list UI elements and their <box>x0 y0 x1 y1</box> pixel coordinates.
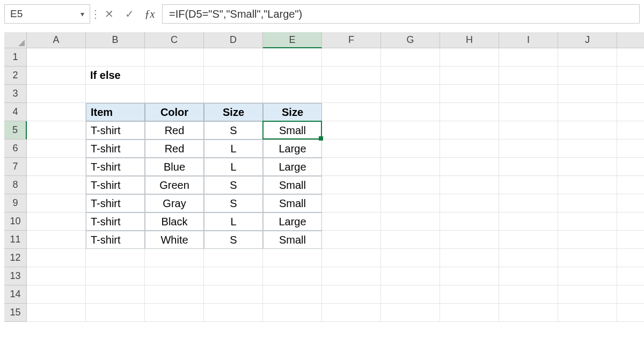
cell[interactable] <box>381 304 440 322</box>
cell[interactable] <box>440 231 499 249</box>
cell[interactable] <box>27 249 86 267</box>
cell[interactable] <box>204 85 263 103</box>
cell[interactable] <box>499 48 558 67</box>
cell[interactable] <box>558 103 617 121</box>
cell[interactable] <box>381 139 440 158</box>
cell[interactable] <box>381 48 440 67</box>
table-cell[interactable]: S <box>204 121 263 139</box>
row-header-11[interactable]: 11 <box>4 231 27 249</box>
cell[interactable] <box>558 67 617 85</box>
cell[interactable] <box>617 231 644 249</box>
table-header[interactable]: Color <box>145 103 204 121</box>
cell[interactable] <box>263 48 322 67</box>
cell[interactable] <box>617 267 644 285</box>
cell[interactable] <box>381 249 440 267</box>
cell[interactable] <box>558 249 617 267</box>
cell[interactable] <box>27 67 86 85</box>
cell[interactable] <box>440 194 499 212</box>
cell[interactable] <box>27 121 86 139</box>
cell[interactable] <box>86 48 145 67</box>
cell[interactable] <box>86 285 145 304</box>
table-cell[interactable]: T-shirt <box>86 121 145 139</box>
cell[interactable] <box>204 67 263 85</box>
cell[interactable] <box>499 285 558 304</box>
table-cell[interactable]: T-shirt <box>86 176 145 194</box>
cell[interactable] <box>27 158 86 176</box>
cell[interactable] <box>381 267 440 285</box>
cell[interactable] <box>322 85 381 103</box>
cell[interactable] <box>617 67 644 85</box>
table-cell[interactable]: Small <box>263 231 322 249</box>
cell[interactable] <box>27 85 86 103</box>
table-cell[interactable]: S <box>204 231 263 249</box>
cell[interactable] <box>558 212 617 231</box>
cell[interactable] <box>558 267 617 285</box>
cell[interactable] <box>499 249 558 267</box>
table-cell[interactable]: Red <box>145 121 204 139</box>
column-header-B[interactable]: B <box>86 32 145 48</box>
cell[interactable] <box>381 103 440 121</box>
cell[interactable] <box>322 304 381 322</box>
cell[interactable] <box>558 231 617 249</box>
table-cell[interactable]: Red <box>145 139 204 158</box>
cell[interactable] <box>322 103 381 121</box>
cell[interactable] <box>322 176 381 194</box>
cell[interactable] <box>204 267 263 285</box>
row-header-2[interactable]: 2 <box>4 67 27 85</box>
cell[interactable] <box>558 85 617 103</box>
table-cell[interactable]: T-shirt <box>86 194 145 212</box>
table-cell[interactable]: L <box>204 158 263 176</box>
table-header[interactable]: Size <box>263 103 322 121</box>
cell[interactable] <box>440 67 499 85</box>
cell[interactable] <box>617 121 644 139</box>
cell[interactable] <box>27 267 86 285</box>
cell[interactable] <box>263 249 322 267</box>
cell[interactable] <box>322 212 381 231</box>
cell[interactable] <box>440 285 499 304</box>
column-header-K[interactable]: K <box>617 32 644 48</box>
cell[interactable] <box>145 85 204 103</box>
row-header-3[interactable]: 3 <box>4 85 27 103</box>
table-cell[interactable]: Small <box>263 194 322 212</box>
cell[interactable] <box>440 212 499 231</box>
cell[interactable] <box>322 194 381 212</box>
cell[interactable] <box>558 48 617 67</box>
cell[interactable] <box>617 48 644 67</box>
cell[interactable] <box>263 67 322 85</box>
cell[interactable] <box>263 267 322 285</box>
row-header-14[interactable]: 14 <box>4 285 27 304</box>
row-header-9[interactable]: 9 <box>4 194 27 212</box>
column-header-I[interactable]: I <box>499 32 558 48</box>
cell[interactable] <box>617 285 644 304</box>
cell[interactable] <box>440 85 499 103</box>
cell[interactable] <box>617 176 644 194</box>
column-header-G[interactable]: G <box>381 32 440 48</box>
cell[interactable] <box>322 48 381 67</box>
table-cell[interactable]: T-shirt <box>86 139 145 158</box>
cell[interactable] <box>381 176 440 194</box>
cell[interactable] <box>617 249 644 267</box>
cell[interactable] <box>27 139 86 158</box>
cell[interactable] <box>381 285 440 304</box>
cell[interactable] <box>381 194 440 212</box>
cell[interactable] <box>499 85 558 103</box>
table-cell[interactable]: Large <box>263 158 322 176</box>
name-box[interactable]: E5 ▾ <box>4 4 90 24</box>
table-cell[interactable]: Green <box>145 176 204 194</box>
cell[interactable] <box>86 267 145 285</box>
cell[interactable] <box>381 212 440 231</box>
cell[interactable] <box>440 158 499 176</box>
row-header-6[interactable]: 6 <box>4 139 27 158</box>
cell[interactable] <box>440 249 499 267</box>
cell[interactable] <box>27 176 86 194</box>
table-cell[interactable]: T-shirt <box>86 158 145 176</box>
cell[interactable] <box>617 85 644 103</box>
row-header-4[interactable]: 4 <box>4 103 27 121</box>
cell[interactable] <box>381 67 440 85</box>
cell[interactable] <box>145 249 204 267</box>
cell[interactable] <box>27 103 86 121</box>
cell[interactable] <box>381 85 440 103</box>
cell[interactable] <box>204 48 263 67</box>
cell[interactable] <box>86 304 145 322</box>
cell[interactable] <box>440 103 499 121</box>
